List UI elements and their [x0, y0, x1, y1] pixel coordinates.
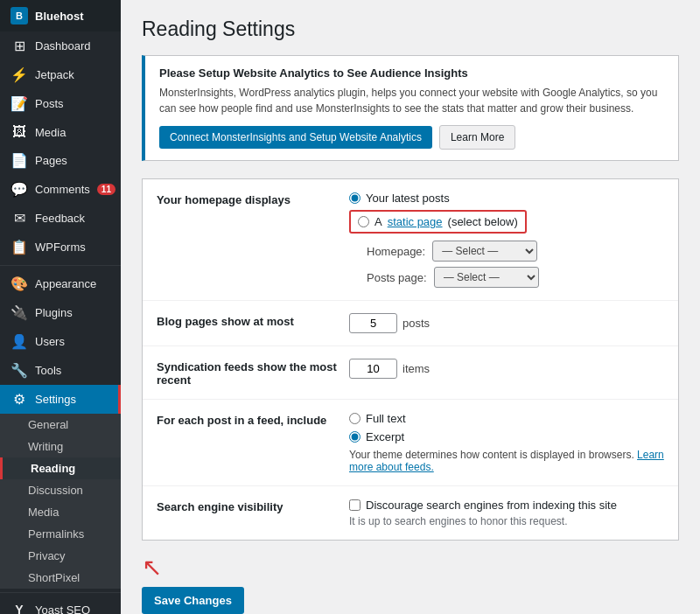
- static-page-suffix: (select below): [448, 215, 518, 228]
- sidebar-sub-writing[interactable]: Writing: [0, 436, 121, 457]
- sub-label-privacy: Privacy: [28, 549, 66, 562]
- sidebar-item-dashboard[interactable]: ⊞ Dashboard: [0, 31, 121, 60]
- sidebar-item-media[interactable]: 🖼 Media: [0, 118, 121, 146]
- tools-icon: 🔧: [10, 362, 28, 379]
- sidebar-label-yoast: Yoast SEO: [35, 604, 90, 615]
- save-changes-button[interactable]: Save Changes: [142, 587, 244, 614]
- sidebar-item-users[interactable]: 👤 Users: [0, 327, 121, 356]
- sub-label-discussion: Discussion: [28, 484, 83, 497]
- sidebar-item-appearance[interactable]: 🎨 Appearance: [0, 269, 121, 298]
- visibility-checkbox-text: Discourage search engines from indexing …: [366, 499, 617, 512]
- radio-excerpt[interactable]: Excerpt: [349, 430, 664, 443]
- sub-label-writing: Writing: [28, 440, 63, 453]
- learn-more-button[interactable]: Learn More: [439, 125, 515, 150]
- radio-full-text-label: Full text: [366, 412, 406, 425]
- sidebar-item-settings[interactable]: ⚙ Settings: [0, 385, 121, 414]
- radio-static-page[interactable]: A static page (select below): [349, 210, 664, 234]
- sidebar-item-feedback[interactable]: ✉ Feedback: [0, 204, 121, 233]
- visibility-row: Search engine visibility Discourage sear…: [143, 486, 678, 540]
- feed-radio-group: Full text Excerpt: [349, 412, 664, 443]
- blog-pages-control: posts: [349, 313, 664, 333]
- sidebar-label-tools: Tools: [35, 364, 61, 377]
- page-title: Reading Settings: [142, 17, 679, 41]
- syndication-row: Syndication feeds show the most recent i…: [143, 346, 678, 400]
- sub-select-group: Homepage: — Select — Posts page: — Selec…: [349, 241, 664, 288]
- sidebar-item-pages[interactable]: 📄 Pages: [0, 146, 121, 175]
- divider-2: [0, 592, 121, 593]
- sidebar-sub-permalinks[interactable]: Permalinks: [0, 523, 121, 545]
- radio-excerpt-input[interactable]: [349, 431, 360, 443]
- settings-submenu: General Writing Reading Discussion Media…: [0, 414, 121, 589]
- sidebar-item-plugins[interactable]: 🔌 Plugins: [0, 298, 121, 327]
- homepage-select-label: Homepage:: [367, 245, 425, 258]
- sidebar-label-users: Users: [35, 335, 65, 348]
- sidebar-logo[interactable]: B Bluehost: [0, 0, 121, 31]
- dashboard-icon: ⊞: [10, 38, 28, 54]
- feed-label: For each post in a feed, include: [157, 412, 349, 427]
- arrow-row: ↙: [142, 555, 164, 583]
- feed-note: Your theme determines how content is dis…: [349, 449, 664, 473]
- visibility-note: It is up to search engines to honor this…: [349, 515, 664, 527]
- feedback-icon: ✉: [10, 210, 28, 227]
- syndication-control: items: [349, 359, 664, 379]
- feed-control: Full text Excerpt Your theme determines …: [349, 412, 664, 473]
- blog-pages-label: Blog pages show at most: [157, 313, 349, 328]
- divider-1: [0, 265, 121, 266]
- appearance-icon: 🎨: [10, 276, 28, 292]
- sidebar-sub-general[interactable]: General: [0, 414, 121, 436]
- settings-icon: ⚙: [10, 391, 28, 408]
- radio-full-text-input[interactable]: [349, 413, 360, 424]
- radio-static-input[interactable]: [358, 216, 369, 227]
- sidebar-label-feedback: Feedback: [35, 212, 85, 225]
- sidebar-item-tools[interactable]: 🔧 Tools: [0, 356, 121, 385]
- save-area-inner: ↙ Save Changes: [142, 555, 244, 614]
- sidebar-label-jetpack: Jetpack: [35, 68, 74, 81]
- connect-monsterinsights-button[interactable]: Connect MonsterInsights and Setup Websit…: [159, 126, 432, 149]
- sidebar-sub-media[interactable]: Media: [0, 501, 121, 523]
- sidebar-item-comments[interactable]: 💬 Comments 11: [0, 175, 121, 204]
- visibility-checkbox[interactable]: [349, 499, 360, 511]
- yoast-icon: Y: [10, 603, 28, 614]
- homepage-select-row: Homepage: — Select —: [349, 241, 664, 262]
- wpforms-icon: 📋: [10, 239, 28, 255]
- sidebar-label-dashboard: Dashboard: [35, 39, 91, 52]
- notice-title: Please Setup Website Analytics to See Au…: [159, 66, 664, 80]
- save-area: ↙ Save Changes: [142, 555, 679, 614]
- sidebar-sub-privacy[interactable]: Privacy: [0, 545, 121, 567]
- feed-note-text: Your theme determines how content is dis…: [349, 449, 634, 461]
- radio-latest-posts[interactable]: Your latest posts: [349, 192, 664, 205]
- syndication-input[interactable]: [349, 359, 397, 379]
- sidebar-sub-shortpixel[interactable]: ShortPixel: [0, 567, 121, 589]
- sidebar-sub-reading[interactable]: Reading: [0, 457, 121, 479]
- sidebar-item-yoast[interactable]: Y Yoast SEO: [0, 597, 121, 614]
- posts-page-select-label: Posts page:: [367, 271, 427, 284]
- visibility-control: Discourage search engines from indexing …: [349, 499, 664, 527]
- visibility-checkbox-label[interactable]: Discourage search engines from indexing …: [349, 499, 664, 512]
- radio-latest-label: Your latest posts: [366, 192, 450, 205]
- sidebar-label-settings: Settings: [35, 393, 76, 406]
- homepage-displays-row: Your homepage displays Your latest posts…: [143, 179, 678, 301]
- static-page-box: A static page (select below): [349, 210, 527, 234]
- radio-latest-input[interactable]: [349, 192, 360, 204]
- radio-excerpt-label: Excerpt: [366, 430, 404, 443]
- sidebar-sub-discussion[interactable]: Discussion: [0, 479, 121, 501]
- homepage-displays-control: Your latest posts A static page (select …: [349, 192, 664, 288]
- blog-pages-row: Blog pages show at most posts: [143, 301, 678, 346]
- sidebar-item-jetpack[interactable]: ⚡ Jetpack: [0, 60, 121, 89]
- blog-pages-input[interactable]: [349, 313, 397, 333]
- static-page-link[interactable]: static page: [388, 215, 443, 228]
- sidebar-label-comments: Comments: [35, 183, 90, 196]
- posts-page-select-row: Posts page: — Select —: [349, 267, 664, 288]
- radio-full-text[interactable]: Full text: [349, 412, 664, 425]
- sidebar-label-wpforms: WPForms: [35, 241, 86, 254]
- visibility-label: Search engine visibility: [157, 499, 349, 513]
- logo-icon: B: [10, 7, 28, 24]
- posts-page-select[interactable]: — Select —: [434, 267, 539, 288]
- homepage-select[interactable]: — Select —: [432, 241, 537, 262]
- notice-actions: Connect MonsterInsights and Setup Websit…: [159, 125, 664, 150]
- posts-icon: 📝: [10, 95, 28, 112]
- sidebar: B Bluehost ⊞ Dashboard ⚡ Jetpack 📝 Posts…: [0, 0, 121, 614]
- sidebar-item-posts[interactable]: 📝 Posts: [0, 89, 121, 118]
- sub-label-general: General: [28, 418, 68, 431]
- sidebar-item-wpforms[interactable]: 📋 WPForms: [0, 233, 121, 262]
